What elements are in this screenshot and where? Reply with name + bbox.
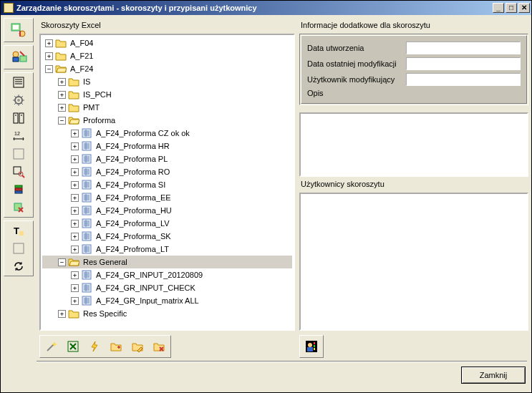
tool-empty2-icon[interactable] — [5, 240, 32, 257]
tree-item[interactable]: −Proforma — [42, 114, 292, 127]
expand-icon[interactable]: + — [71, 284, 79, 292]
tool-list-icon[interactable] — [5, 74, 32, 91]
btool-delfolder-icon[interactable] — [149, 337, 169, 356]
tree[interactable]: +A_F04+A_F21−A_F24+IS+IS_PCH+PMT−Proform… — [39, 34, 295, 331]
tree-item[interactable]: +A_F24_Proforma CZ ok ok — [42, 127, 292, 140]
collapse-icon[interactable]: − — [58, 258, 66, 266]
expand-icon[interactable]: + — [58, 104, 66, 112]
tree-item[interactable]: +A_F24_Proforma_LV — [42, 217, 292, 230]
tree-item[interactable]: +A_F24_Proforma_EE — [42, 191, 292, 204]
expand-icon[interactable]: + — [71, 297, 79, 305]
tree-item-label: A_F24_GR_INPUT_CHECK — [95, 283, 197, 293]
folder-open-icon — [68, 257, 79, 267]
tree-item[interactable]: −Res General — [42, 256, 292, 268]
expand-icon[interactable]: + — [71, 246, 79, 253]
btool-wand-icon[interactable] — [42, 337, 62, 356]
tree-item[interactable]: +A_F24_Proforma SI — [42, 178, 292, 191]
svg-rect-36 — [82, 142, 91, 150]
expand-icon[interactable]: + — [45, 52, 53, 60]
workbook-icon — [81, 296, 92, 306]
workbook-icon — [81, 128, 92, 138]
mod-user-field[interactable] — [406, 73, 521, 86]
expand-icon[interactable]: + — [71, 194, 79, 202]
collapse-icon[interactable]: − — [45, 65, 53, 73]
svg-rect-23 — [15, 185, 22, 188]
tool-gear-icon[interactable] — [5, 92, 32, 109]
expand-icon[interactable]: + — [71, 130, 79, 137]
tree-item[interactable]: +IS — [42, 75, 292, 88]
tree-item[interactable]: +IS_PCH — [42, 88, 292, 101]
tool-search-icon[interactable] — [5, 163, 32, 180]
tree-item[interactable]: +A_F24_GR_INPUT_20120809 — [42, 268, 292, 281]
expand-icon[interactable]: + — [58, 91, 66, 99]
expand-icon[interactable]: + — [71, 142, 79, 150]
svg-rect-113 — [314, 345, 315, 347]
tree-item-label: A_F24_Proforma_SK — [95, 231, 173, 241]
tree-item[interactable]: +A_F04 — [42, 37, 292, 49]
svg-rect-30 — [82, 129, 91, 137]
tool-refresh-icon[interactable] — [5, 258, 32, 275]
expand-icon[interactable]: + — [71, 168, 79, 176]
tree-item[interactable]: +A_F24_Proforma_HU — [42, 204, 292, 217]
tool-stack-icon[interactable] — [5, 181, 32, 198]
description-box[interactable] — [299, 112, 528, 177]
mod-date-label: Data ostatniej modyfikacji — [307, 59, 406, 68]
btool-newfolder-icon[interactable] — [106, 337, 126, 356]
tree-item[interactable]: +A_F24_Proforma HR — [42, 140, 292, 152]
tree-item-label: A_F24_Proforma_LV — [95, 218, 171, 228]
btool-excel-icon[interactable] — [63, 337, 83, 356]
tool-empty1-icon[interactable] — [5, 145, 32, 162]
btool-editfolder-icon[interactable] — [127, 337, 147, 356]
btool-user-color-icon[interactable] — [301, 337, 321, 356]
tree-item[interactable]: −A_F24 — [42, 62, 292, 75]
workbook-icon — [81, 218, 92, 228]
expand-icon[interactable]: + — [71, 207, 79, 215]
expand-icon[interactable]: + — [71, 181, 79, 189]
collapse-icon[interactable]: − — [58, 117, 66, 125]
tree-item[interactable]: +A_F24_Proforma PL — [42, 152, 292, 165]
expand-icon[interactable]: + — [71, 271, 79, 279]
tree-item[interactable]: +A_F24_Proforma RO — [42, 165, 292, 178]
tree-item-label: A_F24_Proforma SI — [95, 180, 167, 190]
tool-columns-icon[interactable] — [5, 110, 32, 127]
svg-point-110 — [308, 343, 312, 347]
expand-icon[interactable]: + — [58, 310, 66, 318]
svg-point-13 — [17, 99, 20, 102]
svg-rect-20 — [14, 167, 21, 174]
folder-icon — [68, 309, 79, 319]
svg-rect-66 — [82, 206, 91, 215]
users-listbox[interactable] — [299, 193, 528, 331]
maximize-button[interactable]: □ — [506, 3, 517, 13]
workbook-icon — [81, 231, 92, 241]
close-button[interactable]: Zamknij — [461, 367, 526, 384]
expand-icon[interactable]: + — [71, 220, 79, 228]
tool-width-icon[interactable]: 12 — [5, 127, 32, 145]
tool-workbooks-users-icon[interactable] — [5, 19, 32, 41]
tree-item[interactable]: +A_F24_Profroma_LT — [42, 243, 292, 256]
minimize-button[interactable]: _ — [493, 3, 504, 13]
tool-text-icon[interactable]: T — [5, 222, 32, 239]
svg-rect-114 — [314, 348, 315, 350]
svg-rect-90 — [82, 271, 91, 279]
tree-item[interactable]: +A_F24_GR_Input_matrix ALL — [42, 294, 292, 307]
close-window-button[interactable]: ✕ — [518, 3, 530, 13]
svg-rect-54 — [82, 180, 91, 189]
expand-icon[interactable]: + — [58, 78, 66, 86]
expand-icon[interactable]: + — [45, 39, 53, 47]
creation-date-field[interactable] — [406, 42, 521, 54]
svg-point-4 — [13, 52, 19, 57]
tool-delete-icon[interactable] — [5, 199, 32, 216]
tool-users-workbooks-icon[interactable] — [5, 47, 32, 68]
folder-icon — [68, 89, 79, 100]
tree-header: Skoroszyty Excel — [41, 21, 295, 29]
tree-item[interactable]: +Res Specific — [42, 307, 292, 320]
mod-date-field[interactable] — [406, 57, 521, 70]
btool-bolt-icon[interactable] — [84, 337, 105, 356]
expand-icon[interactable]: + — [71, 155, 79, 163]
tree-item[interactable]: +A_F21 — [42, 49, 292, 62]
svg-rect-42 — [82, 155, 91, 163]
tree-item[interactable]: +A_F24_GR_INPUT_CHECK — [42, 281, 292, 294]
tree-item[interactable]: +PMT — [42, 101, 292, 114]
expand-icon[interactable]: + — [71, 233, 79, 241]
tree-item[interactable]: +A_F24_Proforma_SK — [42, 230, 292, 243]
